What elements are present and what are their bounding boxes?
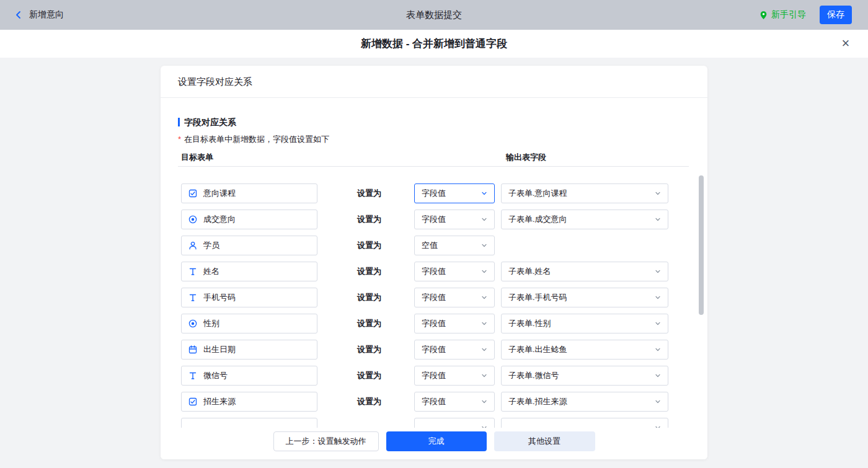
value-mode-selected: 字段值	[422, 188, 446, 199]
chevron-down-icon	[481, 347, 487, 353]
output-field-select[interactable]: 子表单.手机号码	[501, 288, 668, 307]
output-field-selected: 子表单.成交意向	[508, 214, 567, 225]
set-as-label: 设置为	[357, 183, 381, 203]
output-field-select[interactable]: 子表单.招生来源	[501, 392, 668, 412]
beginner-guide-label: 新手引导	[771, 9, 806, 20]
value-mode-selected: 字段值	[422, 396, 446, 407]
target-field-box: 姓名	[181, 262, 317, 281]
target-field-box: 出生日期	[181, 340, 317, 360]
target-field-box: 招生来源	[181, 392, 317, 412]
value-mode-select[interactable]	[414, 418, 495, 428]
chevron-down-icon	[481, 242, 487, 249]
set-as-label: 设置为	[357, 262, 381, 281]
target-field-label: 手机号码	[203, 292, 236, 303]
value-mode-select[interactable]: 字段值	[414, 366, 495, 386]
beginner-guide-button[interactable]: 新手引导	[759, 9, 806, 20]
target-field-label: 招生来源	[203, 396, 236, 407]
field-mapping-row: 手机号码 设置为 字段值 子表单.手机号码	[161, 288, 707, 314]
card-content: 字段对应关系 *在目标表单中新增数据，字段值设置如下 目标表单 输出表字段 意向…	[161, 98, 707, 428]
radio-icon	[188, 319, 198, 329]
field-mapping-row: 姓名 设置为 字段值 子表单.姓名	[161, 262, 707, 288]
value-mode-select[interactable]: 字段值	[414, 340, 495, 360]
output-field-select[interactable]: 子表单.微信号	[501, 366, 668, 386]
location-pin-icon	[759, 11, 768, 20]
value-mode-selected: 字段值	[422, 318, 446, 329]
calendar-icon	[188, 345, 198, 355]
value-mode-selected: 空值	[422, 240, 438, 251]
topbar-actions: 新手引导 保存	[759, 0, 852, 30]
value-mode-select[interactable]: 字段值	[414, 210, 495, 229]
chevron-down-icon	[655, 294, 661, 301]
set-as-label: 设置为	[357, 366, 381, 386]
value-mode-select[interactable]: 字段值	[414, 262, 495, 281]
done-button[interactable]: 完成	[386, 431, 487, 451]
column-header-output-field: 输出表字段	[506, 152, 546, 163]
chevron-down-icon	[481, 216, 487, 223]
set-as-label: 设置为	[357, 314, 381, 333]
field-mapping-row: 微信号 设置为 字段值 子表单.微信号	[161, 366, 707, 392]
output-field-select[interactable]: 子表单.成交意向	[501, 210, 668, 229]
previous-step-button[interactable]: 上一步：设置触发动作	[273, 431, 379, 451]
output-field-select[interactable]	[501, 418, 668, 428]
value-mode-select[interactable]: 字段值	[414, 183, 495, 203]
scrollbar-thumb[interactable]	[699, 175, 704, 315]
chevron-down-icon	[655, 320, 661, 327]
target-field-label: 姓名	[203, 266, 219, 277]
output-field-select[interactable]: 子表单.姓名	[501, 262, 668, 281]
output-field-select[interactable]: 子表单.出生鲶鱼	[501, 340, 668, 360]
field-mapping-row	[161, 418, 707, 428]
output-field-select[interactable]: 子表单.意向课程	[501, 183, 668, 203]
other-settings-button[interactable]: 其他设置	[494, 431, 595, 451]
card-header-title: 设置字段对应关系	[161, 66, 707, 98]
chevron-down-icon	[655, 399, 661, 405]
field-mapping-row: 成交意向 设置为 字段值 子表单.成交意向	[161, 210, 707, 236]
output-field-selected: 子表单.姓名	[508, 266, 551, 277]
chevron-down-icon	[481, 320, 487, 327]
target-field-label: 性别	[203, 318, 219, 329]
target-field-box: 性别	[181, 314, 317, 333]
output-field-selected: 子表单.意向课程	[508, 188, 567, 199]
output-field-selected: 子表单.出生鲶鱼	[508, 344, 567, 355]
hint-label: 在目标表单中新增数据，字段值设置如下	[184, 135, 329, 144]
chevron-down-icon	[481, 190, 487, 196]
value-mode-select[interactable]: 字段值	[414, 288, 495, 307]
target-field-box: 学员	[181, 236, 317, 255]
value-mode-selected: 字段值	[422, 344, 446, 355]
value-mode-selected: 字段值	[422, 292, 446, 303]
target-field-label: 学员	[203, 240, 219, 251]
field-mapping-card: 设置字段对应关系 字段对应关系 *在目标表单中新增数据，字段值设置如下 目标表单…	[161, 66, 707, 459]
chevron-down-icon	[481, 399, 487, 405]
field-mapping-row: 性别 设置为 字段值 子表单.性别	[161, 314, 707, 340]
chevron-down-icon	[655, 347, 661, 353]
value-mode-select[interactable]: 空值	[414, 236, 495, 255]
target-field-box: 微信号	[181, 366, 317, 386]
save-button[interactable]: 保存	[820, 6, 852, 24]
chevron-down-icon	[481, 268, 487, 275]
topbar: 新增意向 表单数据提交 新手引导 保存	[0, 0, 868, 30]
target-field-label: 微信号	[203, 370, 228, 381]
dialog-title: 新增数据 - 合并新增到普通字段	[0, 30, 868, 58]
value-mode-select[interactable]: 字段值	[414, 314, 495, 333]
value-mode-select[interactable]: 字段值	[414, 392, 495, 412]
chevron-down-icon	[655, 216, 661, 223]
output-field-selected: 子表单.性别	[508, 318, 551, 329]
text-icon	[188, 371, 198, 381]
output-field-select[interactable]: 子表单.性别	[501, 314, 668, 333]
value-mode-selected: 字段值	[422, 266, 446, 277]
checkbox-icon	[188, 188, 198, 198]
radio-icon	[188, 214, 198, 224]
value-mode-selected: 字段值	[422, 370, 446, 381]
field-mapping-row: 出生日期 设置为 字段值 子表单.出生鲶鱼	[161, 340, 707, 366]
close-icon[interactable]: ×	[837, 35, 854, 52]
target-field-label: 出生日期	[203, 344, 236, 355]
column-header-target-form: 目标表单	[181, 152, 213, 163]
field-type-icon	[188, 423, 198, 428]
target-field-box: 手机号码	[181, 288, 317, 307]
section-title: 字段对应关系	[178, 117, 236, 128]
field-mapping-row: 意向课程 设置为 字段值 子表单.意向课程	[161, 183, 707, 210]
set-as-label: 设置为	[357, 392, 381, 412]
text-icon	[188, 293, 198, 302]
divider	[178, 166, 689, 167]
text-icon	[188, 267, 198, 276]
output-field-selected: 子表单.微信号	[508, 370, 559, 381]
